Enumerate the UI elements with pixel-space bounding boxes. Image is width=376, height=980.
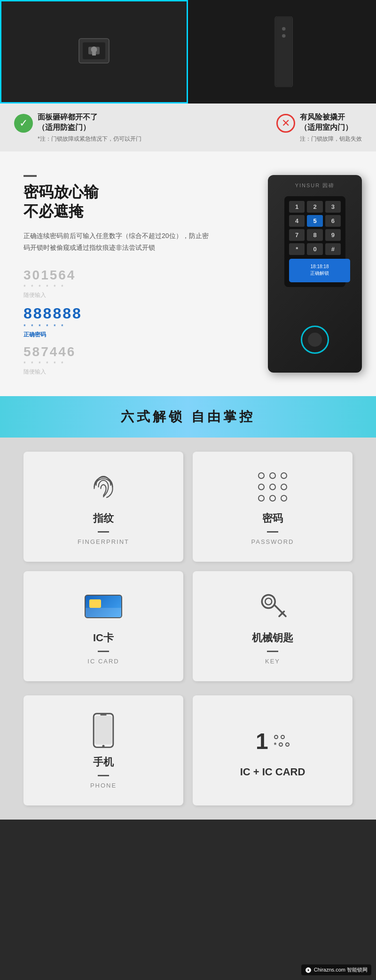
dot-8 — [269, 495, 276, 502]
svg-point-10 — [265, 598, 272, 605]
dot-5 — [269, 484, 276, 490]
ic-divider — [98, 651, 109, 652]
phone-name-en: PHONE — [90, 782, 117, 789]
card-ic-plus: 1 * IC + IC CARD — [193, 695, 352, 805]
fingerprint-name-en: FINGERPRINT — [78, 538, 129, 545]
lock-keypad: 1 2 3 4 5 6 7 8 9 * 0 # 18:18:18 正确解锁 — [284, 196, 345, 287]
con-text: 有风险被撬开 （适用室内门） 注：门锁故障，钥匙失效 — [300, 112, 362, 143]
code-dots-1: * * * * * * — [24, 284, 212, 290]
con-note: 注：门锁故障，钥匙失效 — [300, 135, 362, 143]
svg-rect-15 — [95, 716, 112, 744]
code-item-2: 888888 * * * * * * 正确密码 — [24, 305, 212, 339]
code-label-2: 正确密码 — [24, 331, 212, 339]
small-dot-2 — [281, 735, 285, 739]
dots-grid — [258, 472, 287, 502]
pros-cons-section: ✓ 面板砸碎都开不了 （适用防盗门） *注：门锁故障或紧急情况下，仍可以开门 ✕… — [0, 104, 376, 151]
key-3: 3 — [325, 201, 341, 213]
cards-grid: 指纹 FINGERPRINT 密码 PAS — [24, 452, 352, 681]
unlock-banner: 六式解锁 自由掌控 — [0, 396, 376, 438]
left-lock-image — [0, 0, 188, 104]
svg-point-16 — [102, 745, 105, 748]
fingerprint-screen: 18:18:18 正确解锁 — [289, 259, 350, 282]
section-dash — [24, 175, 37, 177]
fingerprint-divider — [98, 531, 109, 533]
key-name-en: KEY — [265, 658, 280, 665]
svg-point-9 — [262, 595, 275, 608]
dot-9 — [281, 495, 287, 502]
lock-device: YINSUR 因碲 1 2 3 4 5 6 7 8 9 * 0 # — [268, 175, 362, 373]
code-item-1: 301564 * * * * * * 随便输入 — [24, 268, 212, 299]
key-4: 4 — [289, 215, 305, 227]
card-key: 机械钥匙 KEY — [193, 571, 352, 681]
dot-7 — [258, 495, 265, 502]
password-name-en: PASSWORD — [251, 538, 294, 545]
pro-note: *注：门锁故障或紧急情况下，仍可以开门 — [38, 135, 141, 143]
handle-inner — [308, 333, 322, 347]
ic-name-cn: IC卡 — [93, 631, 114, 645]
con-item: ✕ 有风险被撬开 （适用室内门） 注：门锁故障，钥匙失效 — [276, 112, 362, 143]
code-item-3: 587446 * * * * * * 随便输入 — [24, 344, 212, 376]
check-icon: ✓ — [14, 114, 33, 133]
phone-icon-container — [85, 712, 122, 749]
svg-rect-4 — [92, 52, 96, 56]
ic-name-en: IC CARD — [87, 658, 119, 665]
small-dot-4 — [285, 742, 290, 747]
num-icon: 1 — [256, 730, 268, 753]
ic-card-icon-container — [85, 588, 122, 625]
password-section: 密码放心输 不必遮掩 正确连续密码前后可输入任意数字（综合不超过20位），防止密… — [0, 151, 376, 396]
ic-plus-icon-container: 1 * — [244, 723, 301, 760]
code-label-1: 随便输入 — [24, 291, 212, 299]
card-fingerprint: 指纹 FINGERPRINT — [24, 452, 183, 562]
password-divider — [267, 531, 278, 533]
cross-icon: ✕ — [276, 114, 295, 133]
dots-rows: * — [272, 735, 290, 748]
password-right: YINSUR 因碲 1 2 3 4 5 6 7 8 9 * 0 # — [221, 170, 362, 377]
key-0: 0 — [307, 243, 322, 255]
pro-text: 面板砸碎都开不了 （适用防盗门） *注：门锁故障或紧急情况下，仍可以开门 — [38, 112, 141, 143]
key-8: 8 — [307, 229, 322, 241]
code-list: 301564 * * * * * * 随便输入 888888 * * * * *… — [24, 268, 212, 376]
bottom-cards-section: 手机 PHONE 1 * — [0, 695, 376, 820]
key-icon-container — [254, 588, 291, 625]
handle-circle — [301, 326, 329, 354]
key-2: 2 — [307, 201, 322, 213]
key-hash: # — [325, 243, 341, 255]
password-name-cn: 密码 — [262, 511, 283, 526]
key-6: 6 — [325, 215, 341, 227]
code-dots-3: * * * * * * — [24, 360, 212, 367]
password-title: 密码放心输 不必遮掩 — [24, 183, 212, 222]
code-num-1: 301564 — [24, 268, 212, 283]
phone-name-cn: 手机 — [93, 755, 114, 769]
dot-3 — [281, 472, 287, 479]
key-name-cn: 机械钥匙 — [252, 631, 293, 645]
phone-divider — [98, 775, 109, 776]
dots-row-2: * — [274, 741, 290, 748]
dot-2 — [269, 472, 276, 479]
card-ic: IC卡 IC CARD — [24, 571, 183, 681]
brand-label: YINSUR 因碲 — [268, 175, 362, 189]
password-desc: 正确连续密码前后可输入任意数字（综合不超过20位），防止密码开锁时被偷窥或通过指… — [24, 230, 212, 254]
password-icon — [254, 468, 291, 506]
dot-1 — [258, 472, 265, 479]
code-num-2: 888888 — [24, 305, 212, 322]
small-dot-3 — [279, 742, 283, 747]
key-1: 1 — [289, 201, 305, 213]
dots-row-1 — [274, 735, 290, 739]
svg-point-7 — [282, 27, 286, 31]
svg-rect-17 — [100, 715, 106, 716]
small-dot-1 — [274, 735, 278, 739]
ic-plus-wrapper: 1 * — [256, 730, 290, 753]
code-label-3: 随便输入 — [24, 368, 212, 376]
svg-point-3 — [91, 47, 97, 53]
svg-point-8 — [282, 34, 286, 38]
con-title: 有风险被撬开 （适用室内门） — [300, 112, 362, 133]
svg-line-13 — [279, 614, 282, 616]
pro-item: ✓ 面板砸碎都开不了 （适用防盗门） *注：门锁故障或紧急情况下，仍可以开门 — [14, 112, 141, 143]
password-left: 密码放心输 不必遮掩 正确连续密码前后可输入任意数字（综合不超过20位），防止密… — [24, 170, 212, 377]
code-dots-2: * * * * * * — [24, 323, 212, 330]
key-9: 9 — [325, 229, 341, 241]
star-symbol: * — [274, 741, 276, 748]
handle-area — [301, 326, 329, 354]
unlock-banner-title: 六式解锁 自由掌控 — [12, 408, 364, 426]
right-lock-image — [188, 0, 376, 104]
